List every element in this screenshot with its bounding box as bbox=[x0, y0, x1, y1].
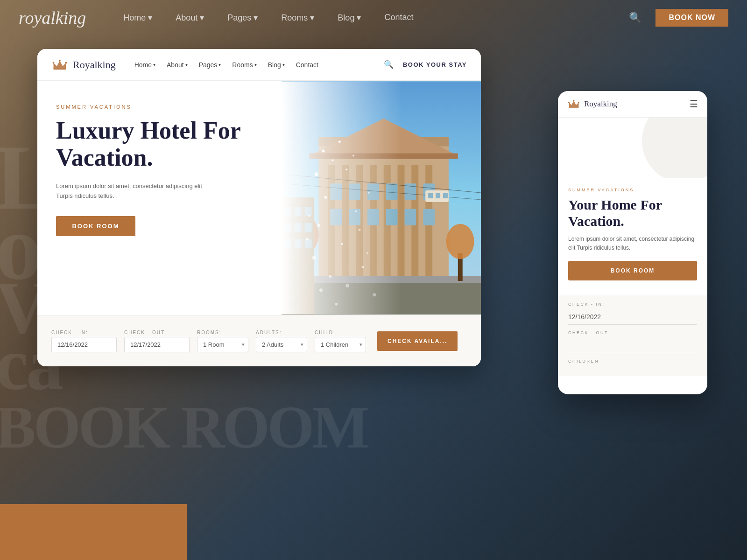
bg-nav-home[interactable]: Home ▾ bbox=[123, 13, 152, 23]
bg-nav-contact[interactable]: Contact bbox=[384, 13, 413, 23]
card-logo: Royalking bbox=[51, 58, 116, 71]
rooms-label: ROOMS: bbox=[197, 330, 248, 335]
adults-field: ADULTS: 2 Adults 1 Adult 3 Adults bbox=[256, 330, 307, 352]
svg-point-60 bbox=[312, 256, 316, 259]
svg-point-68 bbox=[345, 284, 349, 287]
desktop-card: Royalking Home ▾ About ▾ Pages ▾ Rooms ▾… bbox=[37, 49, 481, 366]
bg-nav-rooms[interactable]: Rooms ▾ bbox=[281, 13, 314, 23]
card-description: Lorem ipsum dolor sit amet, consectetur … bbox=[56, 182, 205, 201]
svg-point-66 bbox=[335, 303, 338, 306]
checkin-field: CHECK - IN: bbox=[51, 330, 117, 352]
card-logo-text: Royalking bbox=[73, 59, 116, 71]
card-nav-blog[interactable]: Blog ▾ bbox=[268, 61, 285, 69]
booking-bar: CHECK - IN: CHECK - OUT: ROOMS: 1 Room 2… bbox=[37, 315, 481, 366]
svg-point-57 bbox=[345, 168, 347, 170]
svg-point-56 bbox=[324, 196, 327, 199]
mobile-navbar: Royalking ☰ bbox=[558, 91, 707, 118]
checkin-input[interactable] bbox=[51, 337, 117, 352]
bg-nav-about[interactable]: About ▾ bbox=[176, 13, 204, 23]
bg-nav-blog[interactable]: Blog ▾ bbox=[338, 13, 361, 23]
mobile-text-section: SUMMER VACATIONS Your Home For Vacation.… bbox=[558, 178, 707, 295]
city-illustration bbox=[282, 81, 481, 315]
hamburger-icon[interactable]: ☰ bbox=[690, 98, 698, 110]
child-select-wrapper: 1 Children 0 Children 2 Children bbox=[315, 337, 366, 352]
svg-point-73 bbox=[366, 252, 368, 254]
bg-navbar: royalking Home ▾ About ▾ Pages ▾ Rooms ▾… bbox=[0, 0, 747, 35]
svg-point-72 bbox=[373, 293, 376, 296]
adults-select[interactable]: 2 Adults 1 Adult 3 Adults bbox=[256, 337, 307, 352]
mobile-checkout-input[interactable] bbox=[568, 338, 697, 353]
bg-bottom-bar bbox=[0, 504, 187, 560]
card-nav-rooms[interactable]: Rooms ▾ bbox=[232, 61, 256, 69]
city-scene bbox=[282, 81, 481, 315]
card-image-area bbox=[282, 81, 481, 315]
search-icon[interactable]: 🔍 bbox=[384, 60, 394, 70]
svg-point-0 bbox=[59, 60, 61, 62]
adults-select-wrapper: 2 Adults 1 Adult 3 Adults bbox=[256, 337, 307, 352]
svg-point-74 bbox=[573, 100, 575, 102]
chevron-down-icon: ▾ bbox=[185, 62, 188, 67]
card-nav-contact[interactable]: Contact bbox=[296, 61, 318, 69]
child-select[interactable]: 1 Children 0 Children 2 Children bbox=[315, 337, 366, 352]
mobile-book-room-button[interactable]: BOOK ROOM bbox=[568, 261, 697, 280]
mobile-logo: Royalking bbox=[567, 99, 617, 109]
mobile-card: Royalking ☰ SUMMER VACATIONS Your Home F… bbox=[558, 91, 707, 394]
check-availability-button[interactable]: CHECK AVAILA... bbox=[377, 331, 458, 351]
svg-point-67 bbox=[308, 215, 310, 217]
bg-nav-right: 🔍 BOOK NOW bbox=[629, 9, 728, 27]
mobile-children-field: Children bbox=[568, 359, 697, 364]
bg-book-btn[interactable]: BOOK NOW bbox=[655, 9, 728, 27]
svg-point-76 bbox=[578, 102, 579, 103]
circle-decoration bbox=[642, 118, 707, 178]
chevron-down-icon: ▾ bbox=[282, 62, 285, 67]
mobile-crown-icon bbox=[567, 99, 580, 109]
svg-point-52 bbox=[322, 150, 324, 153]
book-stay-button[interactable]: BOOK YOUR STAY bbox=[403, 61, 467, 68]
adults-label: ADULTS: bbox=[256, 330, 307, 335]
checkout-field: CHECK - OUT: bbox=[124, 330, 190, 352]
mobile-booking-section: CHECK - IN: CHECK - OUT: Children bbox=[558, 295, 707, 376]
bg-search-icon[interactable]: 🔍 bbox=[629, 12, 641, 24]
svg-point-58 bbox=[317, 224, 320, 227]
checkout-label: CHECK - OUT: bbox=[124, 330, 190, 335]
book-room-button[interactable]: BOOK ROOM bbox=[56, 216, 135, 236]
mobile-image-area bbox=[558, 118, 707, 178]
svg-point-1 bbox=[53, 62, 55, 63]
checkout-input[interactable] bbox=[124, 337, 190, 352]
svg-rect-51 bbox=[282, 81, 481, 314]
card-nav-about[interactable]: About ▾ bbox=[167, 61, 188, 69]
card-nav-pages[interactable]: Pages ▾ bbox=[199, 61, 221, 69]
svg-point-61 bbox=[340, 243, 343, 245]
mobile-content: SUMMER VACATIONS Your Home For Vacation.… bbox=[558, 118, 707, 394]
svg-point-63 bbox=[355, 210, 357, 212]
mobile-checkin-label: CHECK - IN: bbox=[568, 302, 697, 307]
bg-nav-links: Home ▾ About ▾ Pages ▾ Rooms ▾ Blog ▾ Co… bbox=[123, 13, 413, 23]
svg-point-70 bbox=[305, 238, 308, 241]
svg-point-2 bbox=[65, 62, 67, 63]
mobile-logo-text: Royalking bbox=[584, 99, 617, 109]
mobile-headline: Your Home For Vacation. bbox=[568, 197, 697, 229]
mobile-checkin-field: CHECK - IN: bbox=[568, 302, 697, 325]
svg-point-59 bbox=[352, 155, 354, 157]
mobile-checkin-input[interactable] bbox=[568, 309, 697, 325]
svg-point-54 bbox=[314, 172, 318, 176]
mobile-children-label: Children bbox=[568, 359, 697, 364]
card-left-content: SUMMER VACATIONS Luxury Hotel For Vacati… bbox=[37, 81, 282, 315]
bg-text-book: BOOK ROOM bbox=[0, 397, 367, 457]
card-nav-right: 🔍 BOOK YOUR STAY bbox=[384, 60, 467, 70]
svg-point-62 bbox=[329, 275, 331, 278]
chevron-down-icon: ▾ bbox=[153, 62, 155, 67]
svg-point-69 bbox=[358, 229, 360, 231]
rooms-field: ROOMS: 1 Room 2 Rooms 3 Rooms bbox=[197, 330, 248, 352]
rooms-select[interactable]: 1 Room 2 Rooms 3 Rooms bbox=[197, 337, 248, 352]
svg-point-71 bbox=[367, 192, 369, 194]
svg-point-65 bbox=[361, 266, 364, 268]
svg-point-64 bbox=[319, 288, 323, 292]
bg-nav-pages[interactable]: Pages ▾ bbox=[227, 13, 258, 23]
card-main: SUMMER VACATIONS Luxury Hotel For Vacati… bbox=[37, 81, 481, 315]
crown-icon bbox=[51, 58, 68, 71]
card-nav-home[interactable]: Home ▾ bbox=[134, 61, 155, 69]
chevron-down-icon: ▾ bbox=[254, 62, 257, 67]
bg-logo: royalking bbox=[19, 7, 86, 28]
mobile-description: Lorem ipsum dolor sit amet, consectetur … bbox=[568, 235, 697, 252]
